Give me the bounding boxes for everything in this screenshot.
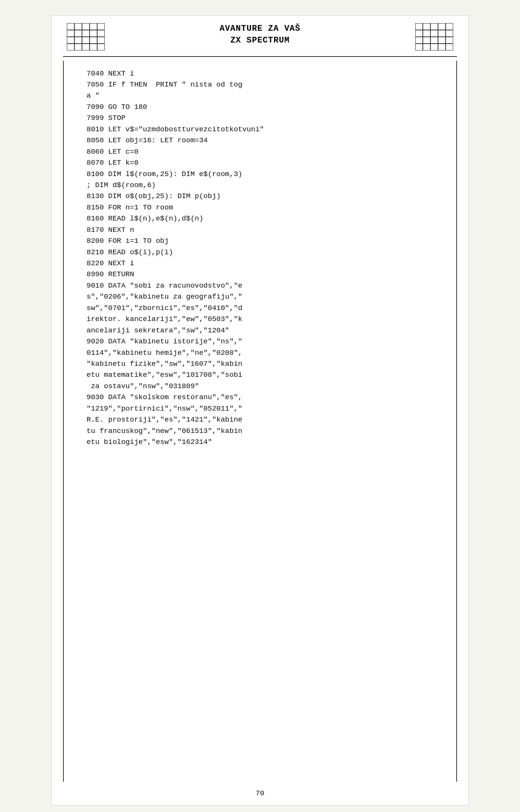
header-title-line1: AVANTURE ZA VAŠ xyxy=(219,23,300,35)
page-number: 70 xyxy=(256,789,265,798)
header-grid-left xyxy=(67,23,105,50)
header-title-line2: ZX SPECTRUM xyxy=(219,35,300,47)
footer: 70 xyxy=(52,782,468,805)
page: AVANTURE ZA VAŠ ZX SPECTRUM 7040 NEXT i … xyxy=(51,15,469,806)
code-content: 7040 NEXT i 7050 IF f THEN PRINT " nista… xyxy=(63,61,457,782)
code-listing: 7040 NEXT i 7050 IF f THEN PRINT " nista… xyxy=(87,68,433,448)
header: AVANTURE ZA VAŠ ZX SPECTRUM xyxy=(52,16,468,52)
header-grid-right xyxy=(415,23,453,50)
header-title: AVANTURE ZA VAŠ ZX SPECTRUM xyxy=(219,23,300,47)
header-divider xyxy=(63,56,457,57)
